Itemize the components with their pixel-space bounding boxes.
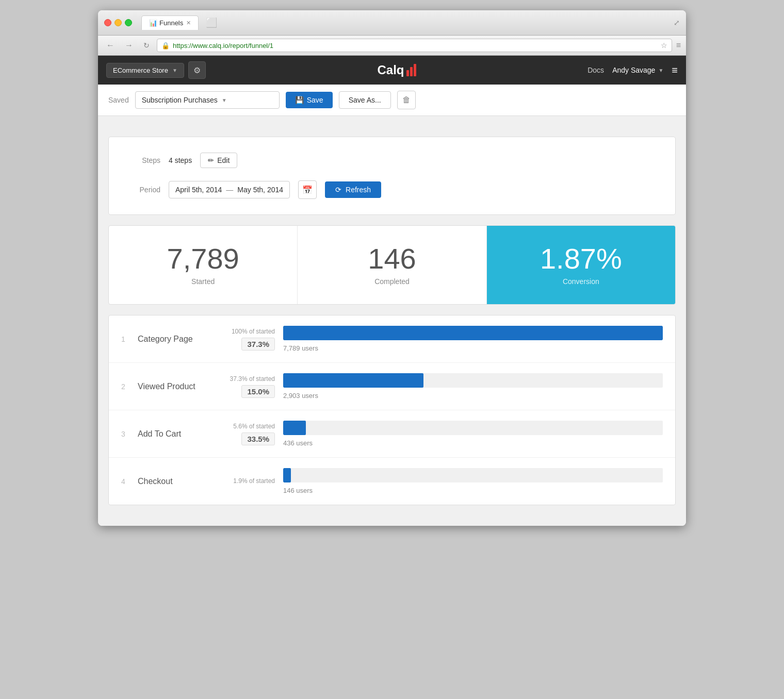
date-separator: — <box>226 186 233 194</box>
step-meta: 1.9% of started <box>228 477 275 486</box>
step-meta: 5.6% of started 33.5% <box>228 422 275 446</box>
active-tab[interactable]: 📊 Funnels ✕ <box>141 15 199 30</box>
funnel-step: 2 Viewed Product 37.3% of started 15.0% … <box>109 363 675 410</box>
step-users-label: 146 users <box>283 487 663 494</box>
traffic-lights <box>104 19 132 26</box>
report-name-text: Subscription Purchases <box>142 96 218 104</box>
step-number: 1 <box>121 335 129 343</box>
step-bar-container: 146 users <box>283 468 663 494</box>
step-conversion-pct: 33.5% <box>241 432 275 445</box>
report-name-dropdown[interactable]: Subscription Purchases ▼ <box>135 91 280 109</box>
address-text: https://www.calq.io/report/funnel/1 <box>173 42 658 49</box>
step-number: 2 <box>121 382 129 391</box>
forward-button[interactable]: → <box>122 40 136 51</box>
edit-steps-button[interactable]: ✏ Edit <box>200 153 237 168</box>
workspace-selector[interactable]: ECommerce Store ▼ <box>106 63 184 78</box>
step-users-label: 2,903 users <box>283 392 663 400</box>
main-content: Steps 4 steps ✏ Edit Period April 5th, 2… <box>98 116 686 526</box>
secure-icon: 🔒 <box>161 42 170 49</box>
step-pct-of-started: 100% of started <box>232 327 275 336</box>
date-end: May 5th, 2014 <box>237 186 283 194</box>
save-as-button[interactable]: Save As... <box>339 91 391 109</box>
funnel-step: 1 Category Page 100% of started 37.3% 7,… <box>109 315 675 363</box>
step-name: Checkout <box>138 477 220 486</box>
user-name: Andy Savage <box>612 66 655 74</box>
step-bar-container: 2,903 users <box>283 373 663 400</box>
save-button[interactable]: 💾 Save <box>286 92 333 108</box>
started-value: 7,789 <box>119 244 287 273</box>
step-meta: 37.3% of started 15.0% <box>228 375 275 398</box>
logo-bars-icon <box>406 64 416 76</box>
pencil-icon: ✏ <box>208 156 214 164</box>
tab-title: Funnels <box>159 19 183 27</box>
conversion-value: 1.87% <box>497 244 665 273</box>
funnel-chart-panel: 1 Category Page 100% of started 37.3% 7,… <box>108 315 676 505</box>
tab-close-button[interactable]: ✕ <box>186 20 191 26</box>
step-number: 3 <box>121 430 129 438</box>
hamburger-menu-icon[interactable]: ≡ <box>672 64 678 76</box>
tab-favicon: 📊 <box>149 20 156 27</box>
step-bar-container: 436 users <box>283 421 663 447</box>
date-range-input[interactable]: April 5th, 2014 — May 5th, 2014 <box>169 181 290 198</box>
step-pct-of-started: 1.9% of started <box>233 477 275 486</box>
step-conversion-pct: 37.3% <box>241 338 275 351</box>
step-bar-background <box>283 326 663 340</box>
steps-value: 4 steps <box>169 156 192 164</box>
step-bar-fill <box>283 421 306 435</box>
started-stat: 7,789 Started <box>109 226 298 304</box>
refresh-icon: ⟳ <box>335 186 341 194</box>
delete-button[interactable]: 🗑 <box>397 91 416 109</box>
conversion-label: Conversion <box>497 277 665 286</box>
dropdown-arrow-icon: ▼ <box>222 97 227 103</box>
calendar-button[interactable]: 📅 <box>298 180 317 199</box>
user-dropdown-arrow: ▼ <box>658 68 663 73</box>
maximize-button[interactable] <box>125 19 132 26</box>
step-conversion-pct: 15.0% <box>241 385 275 398</box>
refresh-label: Refresh <box>346 186 371 194</box>
browser-toolbar: ← → ↻ 🔒 https://www.calq.io/report/funne… <box>98 36 686 56</box>
refresh-button[interactable]: ⟳ Refresh <box>325 181 381 198</box>
step-name: Category Page <box>138 335 220 344</box>
steps-label: Steps <box>124 156 160 164</box>
funnel-step: 3 Add To Cart 5.6% of started 33.5% 436 … <box>109 410 675 458</box>
back-button[interactable]: ← <box>103 40 118 51</box>
bookmark-icon[interactable]: ☆ <box>661 41 667 49</box>
user-menu[interactable]: Andy Savage ▼ <box>612 66 663 74</box>
expand-icon[interactable]: ⤢ <box>674 19 680 27</box>
completed-stat: 146 Completed <box>298 226 486 304</box>
completed-value: 146 <box>308 244 476 273</box>
conversion-stat: 1.87% Conversion <box>487 226 675 304</box>
docs-link[interactable]: Docs <box>587 66 604 74</box>
step-pct-of-started: 5.6% of started <box>233 422 275 431</box>
save-floppy-icon: 💾 <box>295 96 304 104</box>
settings-button[interactable]: ⚙ <box>188 61 206 79</box>
reload-button[interactable]: ↻ <box>140 40 153 51</box>
saved-bar: Saved Subscription Purchases ▼ 💾 Save Sa… <box>98 85 686 116</box>
step-bar-background <box>283 421 663 435</box>
app-header: ECommerce Store ▼ ⚙ Calq Docs Andy Savag… <box>98 56 686 85</box>
step-pct-of-started: 37.3% of started <box>230 375 275 384</box>
period-row: Period April 5th, 2014 — May 5th, 2014 📅… <box>124 180 660 199</box>
new-tab-button[interactable]: ⬜ <box>202 16 221 29</box>
minimize-button[interactable] <box>115 19 122 26</box>
steps-row: Steps 4 steps ✏ Edit <box>124 153 660 168</box>
address-bar[interactable]: 🔒 https://www.calq.io/report/funnel/1 ☆ <box>157 39 672 52</box>
save-label: Save <box>307 96 323 104</box>
step-bar-container: 7,789 users <box>283 326 663 352</box>
step-bar-background <box>283 468 663 482</box>
edit-label: Edit <box>217 156 230 164</box>
workspace-name: ECommerce Store <box>113 66 168 74</box>
funnel-step: 4 Checkout 1.9% of started 146 users <box>109 458 675 505</box>
step-bar-fill <box>283 326 663 340</box>
step-name: Viewed Product <box>138 382 220 391</box>
started-label: Started <box>119 277 287 286</box>
close-button[interactable] <box>104 19 111 26</box>
trash-icon: 🗑 <box>402 95 411 105</box>
step-number: 4 <box>121 477 129 486</box>
tab-bar: 📊 Funnels ✕ ⬜ <box>141 15 668 30</box>
completed-label: Completed <box>308 277 476 286</box>
browser-menu-icon[interactable]: ≡ <box>676 41 681 50</box>
step-bar-background <box>283 373 663 388</box>
step-name: Add To Cart <box>138 429 220 439</box>
controls-panel: Steps 4 steps ✏ Edit Period April 5th, 2… <box>108 137 676 215</box>
